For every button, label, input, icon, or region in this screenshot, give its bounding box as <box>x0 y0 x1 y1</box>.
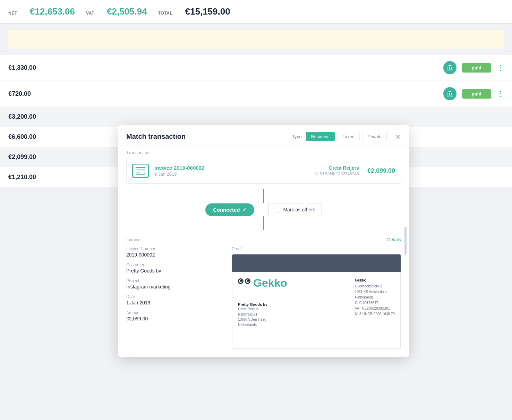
invoice-preview-left: Gekko Pretty Goods bv Greta Reijers Rijn… <box>238 277 287 342</box>
modal-title: Match transaction <box>126 133 186 141</box>
net-label: NET <box>8 11 17 16</box>
checkbox-icon <box>275 207 280 212</box>
table-row: €1,330.00 paid ⋮ <box>0 55 512 81</box>
tx-amount: €2,099.00 <box>8 153 71 161</box>
type-selector: Type Business Taxes Private <box>292 132 387 141</box>
type-business-button[interactable]: Business <box>306 132 335 141</box>
bill-to-contact: Greta Reijers <box>238 306 287 312</box>
svg-rect-1 <box>136 169 145 170</box>
field-invoice-number-value: 2019-000002 <box>126 252 223 258</box>
field-customer-value: Pretty Goods bv <box>126 268 223 274</box>
bill-to-street: Rijnstraat 21 <box>238 312 287 317</box>
company-address1: Overhoeksplein 2 <box>355 284 395 289</box>
tx-amount: €720.00 <box>8 90 71 98</box>
invoice-body: Invoice Number 2019-000002 Customer Pret… <box>118 242 409 357</box>
mark-as-others-button[interactable]: Mark as others <box>268 203 322 216</box>
tx-amount: €1,330.00 <box>8 64 71 72</box>
tx-amount: €1,210.00 <box>8 174 71 181</box>
tx-amount: €3,200.00 <box>8 113 71 120</box>
divider <box>0 24 512 24</box>
company-address2: 1031 KS Amsterdam <box>355 289 395 295</box>
field-amount-label: Amount <box>126 310 223 315</box>
table-row: €3,200.00 <box>0 107 512 127</box>
company-iban: NL31 INGB 0006 1648 79 <box>355 311 395 317</box>
invoice-fields: Invoice Number 2019-000002 Customer Pret… <box>126 246 223 348</box>
invoice-card-info: Invoice 2019-000002 9 Jan 2019 <box>154 165 204 177</box>
action-buttons: Connected ✓ Mark as others <box>205 203 322 216</box>
field-project: Project Instagram marketing <box>126 278 223 289</box>
invoice-card-right: Greta Reijers NL91BANK1232345345 €2,099.… <box>315 165 395 176</box>
invoice-bill-to: Pretty Goods bv Greta Reijers Rijnstraat… <box>238 302 287 327</box>
field-date-label: Date <box>126 294 223 299</box>
vat-label: VAT <box>86 11 94 16</box>
connected-label: Connected <box>213 207 240 213</box>
company-name: Gekko <box>355 277 395 284</box>
bank-icon <box>443 87 456 100</box>
field-project-value: Instagram marketing <box>126 284 223 289</box>
invoice-section-header: Invoice Details <box>118 233 409 242</box>
field-amount: Amount €2,099.00 <box>126 310 223 321</box>
total-label: TOTAL <box>158 11 173 16</box>
totals-bar: NET €12,653.06 VAT €2,505.94 TOTAL €15,1… <box>0 0 512 24</box>
gekko-logo: Gekko <box>238 277 287 288</box>
invoice-card-left: Invoice 2019-000002 9 Jan 2019 <box>132 164 204 178</box>
proof-section: Proof <box>232 246 401 348</box>
svg-rect-0 <box>136 167 145 174</box>
company-info-block: Gekko Overhoeksplein 2 1031 KS Amsterdam… <box>355 277 395 342</box>
bill-to-country: Netherlands <box>238 322 287 327</box>
invoice-preview-container: Gekko Pretty Goods bv Greta Reijers Rijn… <box>232 254 401 348</box>
gekko-eyes <box>238 277 250 286</box>
paid-badge: paid <box>462 89 491 99</box>
field-amount-value: €2,099.00 <box>126 316 223 321</box>
close-button[interactable]: ✕ <box>395 133 401 140</box>
details-link[interactable]: Details <box>387 237 401 242</box>
gekko-brand-text: Gekko <box>253 277 287 288</box>
invoice-number: Invoice 2019-000002 <box>154 165 204 171</box>
connected-button[interactable]: Connected ✓ <box>205 203 255 216</box>
field-date: Date 1 Jan 2019 <box>126 294 223 305</box>
svg-rect-2 <box>137 172 140 173</box>
invoice-preview-body: Gekko Pretty Goods bv Greta Reijers Rijn… <box>232 272 401 348</box>
notice-bar <box>8 30 504 49</box>
invoice-preview-header <box>232 254 401 272</box>
paid-badge: paid <box>462 63 491 73</box>
invoice-card: Invoice 2019-000002 9 Jan 2019 Greta Rei… <box>126 158 401 184</box>
transaction-label: Transaction <box>118 146 409 158</box>
connector-line <box>263 189 264 203</box>
invoice-customer: Greta Reijers NL91BANK1232345345 <box>315 165 359 176</box>
modal-header: Match transaction Type Business Taxes Pr… <box>118 125 409 146</box>
svg-point-8 <box>247 280 249 282</box>
bill-to-city: 1066TA Den Haag <box>238 317 287 322</box>
company-address3: Netherlands <box>355 295 395 300</box>
match-transaction-modal: Match transaction Type Business Taxes Pr… <box>118 125 409 357</box>
vat-value: €2,505.94 <box>107 6 147 17</box>
scrollbar[interactable] <box>404 227 407 255</box>
connector-line-bottom <box>263 216 264 230</box>
field-customer: Customer Pretty Goods bv <box>126 262 223 274</box>
customer-name: Greta Reijers <box>315 165 359 171</box>
connection-area: Connected ✓ Mark as others <box>118 189 409 233</box>
type-private-button[interactable]: Private <box>362 132 387 141</box>
invoice-amount: €2,099.00 <box>367 167 395 175</box>
tx-amount: €6,600.00 <box>8 133 71 141</box>
type-taxes-button[interactable]: Taxes <box>338 132 360 141</box>
net-value: €12,653.06 <box>30 6 75 17</box>
proof-label: Proof <box>232 246 401 251</box>
field-invoice-number: Invoice Number 2019-000002 <box>126 246 223 258</box>
table-row: €720.00 paid ⋮ <box>0 81 512 107</box>
invoice-icon <box>132 164 149 178</box>
company-coc: CoC 60178647 <box>355 300 395 306</box>
more-options-icon[interactable]: ⋮ <box>497 64 504 72</box>
check-icon: ✓ <box>242 207 247 212</box>
field-date-value: 1 Jan 2019 <box>126 300 223 305</box>
svg-point-7 <box>240 280 242 282</box>
field-project-label: Project <box>126 278 223 283</box>
company-vat: VAT NL230029382B01 <box>355 306 395 311</box>
bank-icon <box>443 61 456 74</box>
more-options-icon[interactable]: ⋮ <box>497 90 504 98</box>
field-invoice-number-label: Invoice Number <box>126 246 223 251</box>
bill-to-company: Pretty Goods bv <box>238 302 287 306</box>
invoice-date: 9 Jan 2019 <box>154 171 204 177</box>
total-value: €15,159.00 <box>185 6 230 17</box>
type-label: Type <box>292 134 302 139</box>
